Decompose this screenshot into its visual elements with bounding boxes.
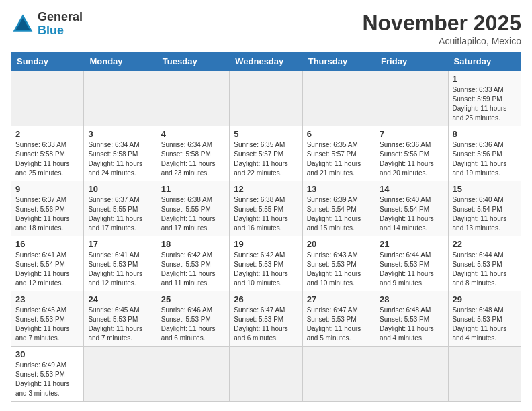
calendar-cell: 2Sunrise: 6:33 AMSunset: 5:58 PMDaylight… [11, 126, 84, 181]
calendar-cell: 26Sunrise: 6:47 AMSunset: 5:53 PMDayligh… [230, 291, 302, 347]
calendar-cell: 17Sunrise: 6:41 AMSunset: 5:53 PMDayligh… [84, 236, 157, 291]
day-number: 30 [15, 349, 79, 359]
day-number: 20 [307, 239, 371, 249]
day-number: 8 [453, 129, 517, 139]
page-header: GeneralBlue November 2025 Acuitlapilco, … [11, 11, 521, 46]
day-info: Sunrise: 6:38 AMSunset: 5:55 PMDaylight:… [234, 195, 298, 233]
day-info: Sunrise: 6:45 AMSunset: 5:53 PMDaylight:… [88, 306, 152, 343]
day-number: 3 [88, 129, 152, 139]
header-tuesday: Tuesday [157, 52, 229, 71]
calendar-cell [375, 347, 448, 402]
calendar-cell [11, 71, 84, 126]
calendar-cell: 16Sunrise: 6:41 AMSunset: 5:54 PMDayligh… [11, 236, 84, 291]
day-info: Sunrise: 6:39 AMSunset: 5:54 PMDaylight:… [307, 195, 371, 233]
calendar-cell: 1Sunrise: 6:33 AMSunset: 5:59 PMDaylight… [448, 71, 521, 126]
calendar-cell: 14Sunrise: 6:40 AMSunset: 5:54 PMDayligh… [375, 181, 448, 236]
day-info: Sunrise: 6:36 AMSunset: 5:56 PMDaylight:… [453, 140, 517, 178]
day-number: 1 [453, 74, 517, 84]
calendar-cell [302, 347, 375, 402]
day-number: 19 [234, 239, 298, 249]
calendar-cell: 30Sunrise: 6:49 AMSunset: 5:53 PMDayligh… [11, 347, 84, 402]
day-number: 6 [307, 129, 371, 139]
day-info: Sunrise: 6:44 AMSunset: 5:53 PMDaylight:… [453, 250, 517, 288]
day-number: 28 [380, 294, 443, 304]
header-sunday: Sunday [11, 52, 84, 71]
day-number: 15 [453, 184, 517, 194]
day-info: Sunrise: 6:43 AMSunset: 5:53 PMDaylight:… [307, 250, 371, 288]
logo: GeneralBlue [11, 11, 83, 38]
calendar-cell: 3Sunrise: 6:34 AMSunset: 5:58 PMDaylight… [84, 126, 157, 181]
day-number: 4 [161, 129, 225, 139]
calendar-week-0: 1Sunrise: 6:33 AMSunset: 5:59 PMDaylight… [11, 71, 521, 126]
calendar-cell: 4Sunrise: 6:34 AMSunset: 5:58 PMDaylight… [157, 126, 229, 181]
day-info: Sunrise: 6:46 AMSunset: 5:53 PMDaylight:… [161, 306, 225, 343]
calendar-cell: 29Sunrise: 6:48 AMSunset: 5:53 PMDayligh… [448, 291, 521, 347]
day-info: Sunrise: 6:49 AMSunset: 5:53 PMDaylight:… [15, 361, 79, 398]
day-number: 17 [88, 239, 152, 249]
calendar-cell [230, 347, 302, 402]
day-info: Sunrise: 6:33 AMSunset: 5:59 PMDaylight:… [453, 85, 517, 123]
header-friday: Friday [375, 52, 448, 71]
calendar-cell: 15Sunrise: 6:40 AMSunset: 5:54 PMDayligh… [448, 181, 521, 236]
day-number: 16 [15, 239, 79, 249]
calendar-cell: 25Sunrise: 6:46 AMSunset: 5:53 PMDayligh… [157, 291, 229, 347]
calendar-cell [84, 347, 157, 402]
day-info: Sunrise: 6:47 AMSunset: 5:53 PMDaylight:… [234, 306, 298, 343]
header-saturday: Saturday [448, 52, 521, 71]
calendar-cell: 12Sunrise: 6:38 AMSunset: 5:55 PMDayligh… [230, 181, 302, 236]
header-wednesday: Wednesday [230, 52, 302, 71]
calendar-cell: 13Sunrise: 6:39 AMSunset: 5:54 PMDayligh… [302, 181, 375, 236]
location: Acuitlapilco, Mexico [362, 36, 521, 46]
calendar-cell: 22Sunrise: 6:44 AMSunset: 5:53 PMDayligh… [448, 236, 521, 291]
day-info: Sunrise: 6:48 AMSunset: 5:53 PMDaylight:… [380, 306, 443, 343]
calendar-cell: 8Sunrise: 6:36 AMSunset: 5:56 PMDaylight… [448, 126, 521, 181]
day-number: 25 [161, 294, 225, 304]
calendar-cell [302, 71, 375, 126]
calendar-week-5: 30Sunrise: 6:49 AMSunset: 5:53 PMDayligh… [11, 347, 521, 402]
day-number: 23 [15, 294, 79, 304]
day-info: Sunrise: 6:38 AMSunset: 5:55 PMDaylight:… [161, 195, 225, 233]
day-number: 27 [307, 294, 371, 304]
calendar-cell: 7Sunrise: 6:36 AMSunset: 5:56 PMDaylight… [375, 126, 448, 181]
day-number: 13 [307, 184, 371, 194]
calendar-cell: 24Sunrise: 6:45 AMSunset: 5:53 PMDayligh… [84, 291, 157, 347]
calendar-cell: 21Sunrise: 6:44 AMSunset: 5:53 PMDayligh… [375, 236, 448, 291]
logo-icon [11, 12, 35, 36]
calendar-cell [84, 71, 157, 126]
calendar-week-3: 16Sunrise: 6:41 AMSunset: 5:54 PMDayligh… [11, 236, 521, 291]
calendar-cell: 9Sunrise: 6:37 AMSunset: 5:56 PMDaylight… [11, 181, 84, 236]
day-info: Sunrise: 6:34 AMSunset: 5:58 PMDaylight:… [161, 140, 225, 178]
calendar-cell: 18Sunrise: 6:42 AMSunset: 5:53 PMDayligh… [157, 236, 229, 291]
day-number: 29 [453, 294, 517, 304]
header-thursday: Thursday [302, 52, 375, 71]
day-info: Sunrise: 6:37 AMSunset: 5:56 PMDaylight:… [15, 195, 79, 233]
day-info: Sunrise: 6:42 AMSunset: 5:53 PMDaylight:… [234, 250, 298, 288]
calendar-cell [157, 347, 229, 402]
day-info: Sunrise: 6:37 AMSunset: 5:55 PMDaylight:… [88, 195, 152, 233]
day-info: Sunrise: 6:45 AMSunset: 5:53 PMDaylight:… [15, 306, 79, 343]
day-number: 26 [234, 294, 298, 304]
day-info: Sunrise: 6:41 AMSunset: 5:54 PMDaylight:… [15, 250, 79, 288]
calendar-week-2: 9Sunrise: 6:37 AMSunset: 5:56 PMDaylight… [11, 181, 521, 236]
day-info: Sunrise: 6:41 AMSunset: 5:53 PMDaylight:… [88, 250, 152, 288]
month-year: November 2025 [362, 11, 521, 36]
day-number: 14 [380, 184, 443, 194]
day-number: 22 [453, 239, 517, 249]
calendar-cell [375, 71, 448, 126]
day-number: 12 [234, 184, 298, 194]
day-info: Sunrise: 6:47 AMSunset: 5:53 PMDaylight:… [307, 306, 371, 343]
calendar-week-1: 2Sunrise: 6:33 AMSunset: 5:58 PMDaylight… [11, 126, 521, 181]
day-number: 9 [15, 184, 79, 194]
calendar-cell: 27Sunrise: 6:47 AMSunset: 5:53 PMDayligh… [302, 291, 375, 347]
day-number: 21 [380, 239, 443, 249]
calendar-cell: 28Sunrise: 6:48 AMSunset: 5:53 PMDayligh… [375, 291, 448, 347]
day-info: Sunrise: 6:48 AMSunset: 5:53 PMDaylight:… [453, 306, 517, 343]
day-info: Sunrise: 6:42 AMSunset: 5:53 PMDaylight:… [161, 250, 225, 288]
day-number: 11 [161, 184, 225, 194]
calendar-cell [230, 71, 302, 126]
day-info: Sunrise: 6:36 AMSunset: 5:56 PMDaylight:… [380, 140, 443, 178]
day-info: Sunrise: 6:40 AMSunset: 5:54 PMDaylight:… [453, 195, 517, 233]
day-number: 2 [15, 129, 79, 139]
calendar-cell: 11Sunrise: 6:38 AMSunset: 5:55 PMDayligh… [157, 181, 229, 236]
calendar-cell: 23Sunrise: 6:45 AMSunset: 5:53 PMDayligh… [11, 291, 84, 347]
